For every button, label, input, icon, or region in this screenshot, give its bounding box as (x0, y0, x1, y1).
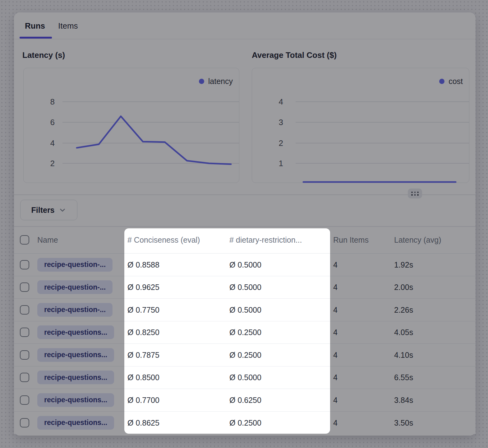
run-name-badge[interactable]: recipe-questions... (37, 416, 114, 430)
row-checkbox[interactable] (20, 328, 29, 337)
svg-text:6: 6 (50, 118, 55, 127)
dietary-restriction-score-cell: Ø 0.6250 (229, 395, 261, 404)
run-name-badge[interactable]: recipe-questions... (37, 393, 114, 407)
conciseness-score-cell: Ø 0.7700 (127, 395, 159, 404)
filters-button-label: Filters (31, 206, 54, 215)
svg-text:3: 3 (279, 118, 283, 127)
table-header-row: Name # Conciseness (eval) # dietary-rest… (14, 226, 476, 254)
charts-section-divider (14, 194, 476, 195)
run-name-badge[interactable]: recipe-question-... (37, 258, 113, 272)
latency-avg-cell: 1.92s (394, 260, 413, 269)
dietary-restriction-score-cell: Ø 0.5000 (229, 283, 261, 292)
run-items-cell: 4 (333, 283, 338, 292)
run-name-badge[interactable]: recipe-questions... (37, 348, 114, 362)
svg-text:4: 4 (50, 138, 55, 148)
dietary-restriction-score-cell: Ø 0.2500 (229, 350, 261, 359)
table-row[interactable]: recipe-questions...Ø 0.8250Ø 0.250044.05… (14, 321, 476, 344)
cost-legend: cost (439, 77, 463, 86)
run-items-cell: 4 (333, 395, 338, 404)
dietary-restriction-score-cell: Ø 0.5000 (229, 373, 261, 382)
run-name-badge[interactable]: recipe-questions... (37, 325, 114, 339)
latency-avg-cell: 2.26s (394, 305, 413, 314)
latency-chart-title: Latency (s) (22, 50, 65, 60)
column-header-latency-avg[interactable]: Latency (avg) (394, 235, 441, 244)
table-row[interactable]: recipe-questions...Ø 0.8625Ø 0.250043.50… (14, 412, 476, 434)
column-header-conciseness[interactable]: # Conciseness (eval) (127, 235, 200, 244)
cost-line-chart: 4321 (252, 68, 470, 183)
latency-avg-cell: 3.50s (394, 418, 413, 427)
svg-text:2: 2 (50, 159, 55, 168)
cost-legend-dot-icon (439, 79, 444, 84)
conciseness-score-cell: Ø 0.7875 (127, 350, 159, 359)
dietary-restriction-score-cell: Ø 0.2500 (229, 328, 261, 337)
conciseness-score-cell: Ø 0.8500 (127, 373, 159, 382)
dietary-restriction-score-cell: Ø 0.5000 (229, 260, 261, 269)
dietary-restriction-score-cell: Ø 0.2500 (229, 418, 261, 427)
latency-avg-cell: 6.55s (394, 373, 413, 382)
latency-avg-cell: 4.10s (394, 350, 413, 359)
cost-legend-label: cost (449, 77, 463, 86)
run-items-cell: 4 (333, 418, 338, 427)
run-items-cell: 4 (333, 350, 338, 359)
svg-text:4: 4 (279, 97, 283, 106)
latency-chart-panel: 8642 latency (23, 68, 239, 183)
row-checkbox[interactable] (20, 260, 29, 269)
table-row[interactable]: recipe-question-...Ø 0.7750Ø 0.500042.26… (14, 299, 476, 321)
latency-legend-dot-icon (199, 79, 204, 84)
latency-avg-cell: 4.05s (394, 328, 413, 337)
tab-runs[interactable]: Runs (25, 21, 45, 31)
select-all-checkbox[interactable] (20, 235, 29, 245)
table-row[interactable]: recipe-question-...Ø 0.9625Ø 0.500042.00… (14, 276, 476, 299)
conciseness-score-cell: Ø 0.7750 (127, 305, 159, 314)
run-items-cell: 4 (333, 373, 338, 382)
conciseness-score-cell: Ø 0.8625 (127, 418, 159, 427)
row-checkbox[interactable] (20, 418, 29, 427)
cost-chart-title: Average Total Cost ($) (252, 50, 337, 60)
page-background: { "tabs": { "items": [ { "label": "Runs"… (0, 0, 488, 448)
table-row[interactable]: recipe-questions...Ø 0.8500Ø 0.500046.55… (14, 366, 476, 389)
conciseness-score-cell: Ø 0.9625 (127, 283, 159, 292)
latency-avg-cell: 2.00s (394, 283, 413, 292)
run-name-badge[interactable]: recipe-question-... (37, 280, 113, 294)
column-header-dietary[interactable]: # dietary-restriction... (229, 235, 302, 244)
row-checkbox[interactable] (20, 395, 29, 405)
latency-legend-label: latency (208, 77, 233, 86)
row-checkbox[interactable] (20, 282, 29, 292)
run-items-cell: 4 (333, 328, 338, 337)
filters-button[interactable]: Filters (20, 200, 77, 220)
dietary-restriction-score-cell: Ø 0.5000 (229, 305, 261, 314)
tabs-bar: Runs Items (14, 12, 476, 39)
tab-items[interactable]: Items (58, 21, 78, 31)
column-header-run-items[interactable]: Run Items (333, 235, 369, 244)
run-items-cell: 4 (333, 260, 338, 269)
conciseness-score-cell: Ø 0.8588 (127, 260, 159, 269)
conciseness-score-cell: Ø 0.8250 (127, 328, 159, 337)
latency-legend: latency (199, 77, 233, 86)
run-name-badge[interactable]: recipe-questions... (37, 371, 114, 384)
row-checkbox[interactable] (20, 350, 29, 360)
svg-text:8: 8 (50, 97, 55, 106)
row-checkbox[interactable] (20, 373, 29, 382)
table-row[interactable]: recipe-questions...Ø 0.7700Ø 0.625043.84… (14, 389, 476, 412)
drag-handle[interactable] (408, 189, 422, 198)
main-card: Runs Items Latency (s) Average Total Cos… (14, 12, 476, 436)
column-header-name[interactable]: Name (37, 235, 58, 244)
chevron-down-icon (58, 206, 67, 214)
run-items-cell: 4 (333, 305, 338, 314)
svg-text:2: 2 (279, 138, 283, 148)
active-tab-indicator (20, 37, 52, 39)
drag-handle-icon (411, 192, 419, 196)
table-row[interactable]: recipe-questions...Ø 0.7875Ø 0.250044.10… (14, 344, 476, 366)
table-row[interactable]: recipe-question-...Ø 0.8588Ø 0.500041.92… (14, 254, 476, 276)
cost-chart-panel: 4321 cost (252, 68, 469, 183)
svg-text:1: 1 (279, 159, 283, 168)
row-checkbox[interactable] (20, 305, 29, 315)
latency-avg-cell: 3.84s (394, 395, 413, 404)
run-name-badge[interactable]: recipe-question-... (37, 303, 113, 317)
